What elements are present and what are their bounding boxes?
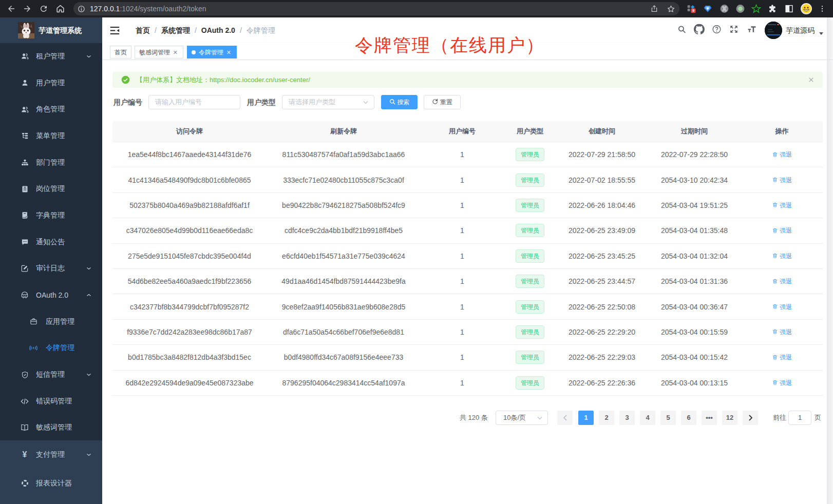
svg-text:a: a <box>32 346 34 350</box>
svg-text:9: 9 <box>692 9 694 13</box>
